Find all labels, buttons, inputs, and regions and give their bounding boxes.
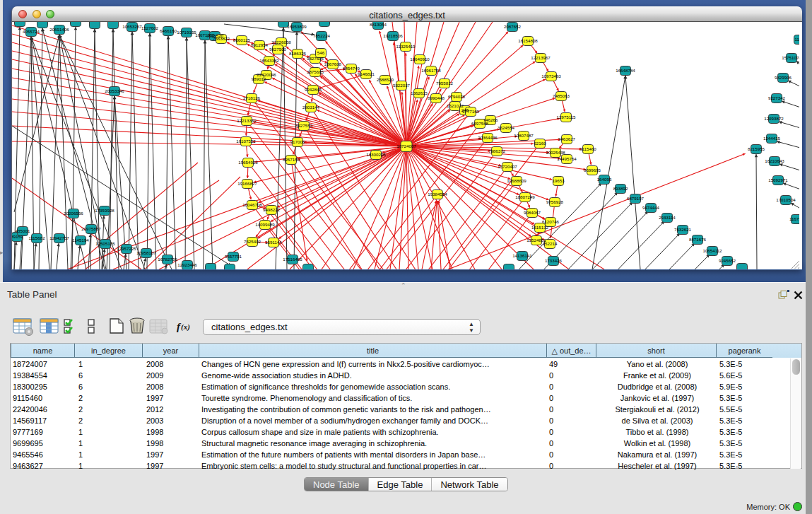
svg-text:18807249: 18807249: [515, 194, 535, 199]
svg-text:1691144: 1691144: [265, 240, 282, 245]
svg-text:2933114: 2933114: [659, 215, 676, 220]
svg-text:17010504: 17010504: [776, 197, 796, 202]
svg-text:17359928: 17359928: [95, 208, 114, 213]
svg-text:19654923: 19654923: [238, 160, 258, 165]
svg-text:9827500: 9827500: [269, 47, 287, 52]
svg-text:16782759: 16782759: [158, 257, 177, 262]
svg-text:10807487: 10807487: [514, 133, 534, 138]
svg-text:12923446: 12923446: [177, 262, 197, 267]
svg-text:2588520: 2588520: [377, 77, 394, 82]
svg-text:435001: 435001: [16, 228, 30, 233]
svg-text:893892: 893892: [613, 186, 628, 191]
svg-text:19166827: 19166827: [237, 181, 257, 186]
svg-text:16648784: 16648784: [616, 68, 635, 73]
svg-text:10653267: 10653267: [122, 24, 142, 29]
svg-text:6879197: 6879197: [627, 196, 645, 201]
svg-text:7986372: 7986372: [488, 148, 506, 153]
svg-text:18300295: 18300295: [366, 152, 386, 157]
svg-text:23226058: 23226058: [271, 40, 291, 45]
svg-text:8215955: 8215955: [748, 146, 765, 151]
svg-text:2718126: 2718126: [243, 95, 261, 100]
svg-text:8912954: 8912954: [251, 42, 269, 47]
svg-text:3875685: 3875685: [307, 69, 324, 74]
svg-text:8267150: 8267150: [283, 157, 300, 162]
svg-text:9242845: 9242845: [305, 87, 322, 92]
svg-text:6794028: 6794028: [448, 94, 466, 99]
svg-text:16053809: 16053809: [287, 24, 307, 29]
svg-text:1145194: 1145194: [72, 238, 89, 243]
svg-text:6466160: 6466160: [160, 28, 177, 33]
svg-text:9657791: 9657791: [225, 254, 242, 259]
svg-text:1733426: 1733426: [545, 258, 563, 263]
svg-text:10046708: 10046708: [242, 202, 262, 207]
svg-text:1527602: 1527602: [141, 25, 159, 30]
svg-text:14099489: 14099489: [255, 222, 275, 227]
svg-text:7852224: 7852224: [313, 33, 331, 38]
svg-text:17516485: 17516485: [283, 257, 302, 262]
svg-text:39159: 39159: [12, 234, 23, 239]
svg-text:1362615: 1362615: [411, 90, 428, 95]
svg-text:16107552: 16107552: [236, 139, 256, 144]
svg-text:12505135: 12505135: [95, 241, 115, 246]
svg-text:20053346: 20053346: [105, 88, 124, 93]
svg-text:20206556: 20206556: [64, 211, 83, 216]
svg-text:746266: 746266: [483, 117, 498, 122]
svg-text:5322037: 5322037: [393, 83, 411, 88]
svg-text:9146821: 9146821: [358, 71, 375, 76]
svg-text:10025438: 10025438: [546, 150, 565, 155]
svg-text:16961758: 16961758: [421, 68, 441, 73]
svg-text:(x): (x): [181, 322, 190, 332]
svg-text:1112: 1112: [795, 37, 799, 42]
svg-text:164095: 164095: [597, 177, 612, 182]
svg-text:9329906: 9329906: [775, 75, 792, 80]
svg-text:10973493: 10973493: [541, 74, 561, 78]
svg-text:10958107: 10958107: [136, 250, 156, 255]
svg-text:8813054: 8813054: [370, 22, 387, 27]
svg-text:116753: 116753: [789, 216, 799, 221]
svg-text:11325419: 11325419: [396, 44, 416, 49]
svg-text:19653: 19653: [552, 178, 565, 183]
svg-text:16210643: 16210643: [765, 158, 784, 163]
svg-text:20691406: 20691406: [49, 27, 69, 32]
svg-text:9756928: 9756928: [546, 199, 564, 204]
svg-text:917006: 917006: [290, 139, 305, 144]
svg-text:1615132: 1615132: [531, 225, 549, 230]
svg-text:19218506: 19218506: [383, 33, 403, 38]
svg-text:989012: 989012: [252, 76, 266, 81]
svg-text:9327505: 9327505: [307, 56, 324, 61]
svg-text:7485063: 7485063: [553, 93, 570, 98]
svg-text:15751074: 15751074: [782, 55, 799, 60]
svg-text:15692971: 15692971: [768, 177, 788, 182]
svg-text:4055724: 4055724: [23, 29, 40, 34]
svg-text:6120746: 6120746: [542, 219, 560, 224]
svg-text:2803144: 2803144: [302, 105, 320, 110]
svg-text:14495764: 14495764: [557, 156, 577, 161]
svg-text:1244415: 1244415: [763, 136, 781, 141]
svg-text:7955812: 7955812: [436, 81, 454, 86]
svg-text:20975867: 20975867: [81, 226, 101, 231]
svg-text:19384554: 19384554: [428, 192, 447, 197]
svg-text:18724007: 18724007: [396, 144, 416, 148]
svg-text:9463627: 9463627: [558, 136, 576, 141]
svg-text:9498222: 9498222: [263, 207, 281, 212]
svg-text:3624554: 3624554: [498, 125, 515, 130]
svg-text:18640910: 18640910: [410, 57, 430, 62]
svg-text:9227342: 9227342: [768, 95, 786, 100]
svg-text:12942757: 12942757: [49, 235, 69, 240]
svg-text:8660125: 8660125: [233, 37, 251, 42]
svg-text:8427552: 8427552: [295, 123, 313, 128]
svg-text:8454749: 8454749: [343, 66, 360, 71]
svg-text:8471676: 8471676: [689, 237, 707, 242]
svg-text:10688609: 10688609: [507, 178, 526, 183]
svg-text:9245652: 9245652: [719, 258, 736, 263]
svg-text:14136141: 14136141: [512, 253, 532, 258]
svg-text:20364436: 20364436: [478, 135, 498, 140]
svg-text:12213369: 12213369: [237, 118, 257, 123]
svg-text:10654112: 10654112: [702, 248, 722, 253]
svg-text:10719155: 10719155: [177, 30, 196, 35]
svg-text:8186325: 8186325: [289, 51, 307, 56]
svg-text:62160: 62160: [534, 141, 546, 146]
svg-text:9777169: 9777169: [462, 109, 480, 114]
svg-text:7625402: 7625402: [244, 239, 261, 244]
svg-text:2087652: 2087652: [504, 24, 522, 29]
